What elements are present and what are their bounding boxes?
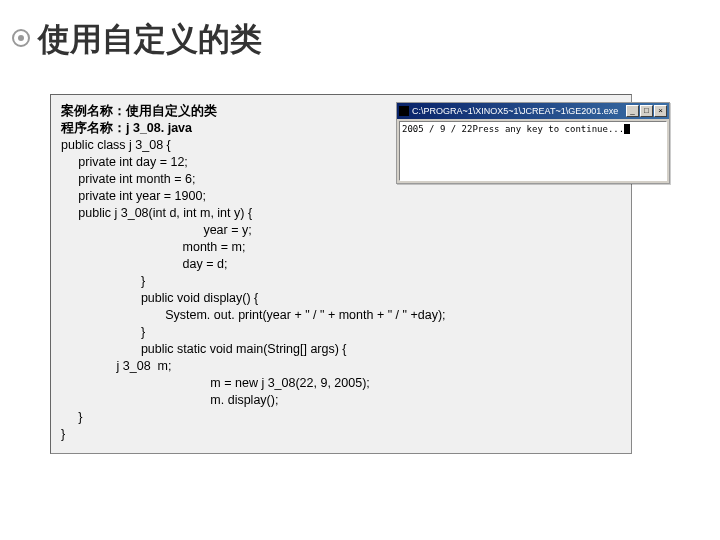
code-line: public class j 3_08 { bbox=[61, 138, 171, 152]
code-line: private int year = 1900; bbox=[61, 189, 206, 203]
code-line: m = new j 3_08(22, 9, 2005); bbox=[61, 376, 370, 390]
console-titlebar[interactable]: C:\PROGRA~1\XINOX5~1\JCREAT~1\GE2001.exe… bbox=[397, 103, 669, 119]
code-line: private int month = 6; bbox=[61, 172, 195, 186]
code-line: public void display() { bbox=[61, 291, 258, 305]
code-line: m. display(); bbox=[61, 393, 278, 407]
console-output: 2005 / 9 / 22Press any key to continue..… bbox=[402, 124, 624, 134]
code-line: System. out. print(year + " / " + month … bbox=[61, 308, 446, 322]
close-button[interactable]: × bbox=[654, 105, 667, 117]
case-label: 案例名称： bbox=[61, 104, 126, 118]
window-controls: _ □ × bbox=[626, 105, 667, 117]
program-label: 程序名称： bbox=[61, 121, 126, 135]
code-line: } bbox=[61, 274, 145, 288]
code-line: month = m; bbox=[61, 240, 245, 254]
slide-title: 使用自定义的类 bbox=[38, 18, 262, 62]
code-line: } bbox=[61, 325, 145, 339]
code-line: j 3_08 m; bbox=[61, 359, 171, 373]
case-name: 使用自定义的类 bbox=[126, 104, 217, 118]
code-line: } bbox=[61, 410, 83, 424]
code-line: public j 3_08(int d, int m, int y) { bbox=[61, 206, 252, 220]
maximize-button[interactable]: □ bbox=[640, 105, 653, 117]
cmd-icon bbox=[399, 106, 409, 116]
code-line: year = y; bbox=[61, 223, 252, 237]
console-output-area: 2005 / 9 / 22Press any key to continue..… bbox=[399, 121, 667, 181]
minimize-button[interactable]: _ bbox=[626, 105, 639, 117]
code-line: day = d; bbox=[61, 257, 227, 271]
cursor-icon bbox=[624, 124, 630, 134]
program-name: j 3_08. java bbox=[126, 121, 192, 135]
code-line: } bbox=[61, 427, 65, 441]
code-line: private int day = 12; bbox=[61, 155, 188, 169]
title-bullet-icon bbox=[12, 29, 30, 47]
console-title: C:\PROGRA~1\XINOX5~1\JCREAT~1\GE2001.exe bbox=[412, 106, 626, 116]
console-window: C:\PROGRA~1\XINOX5~1\JCREAT~1\GE2001.exe… bbox=[396, 102, 670, 184]
slide: 使用自定义的类 案例名称：使用自定义的类 程序名称：j 3_08. java p… bbox=[0, 0, 720, 540]
code-line: public static void main(String[] args) { bbox=[61, 342, 347, 356]
